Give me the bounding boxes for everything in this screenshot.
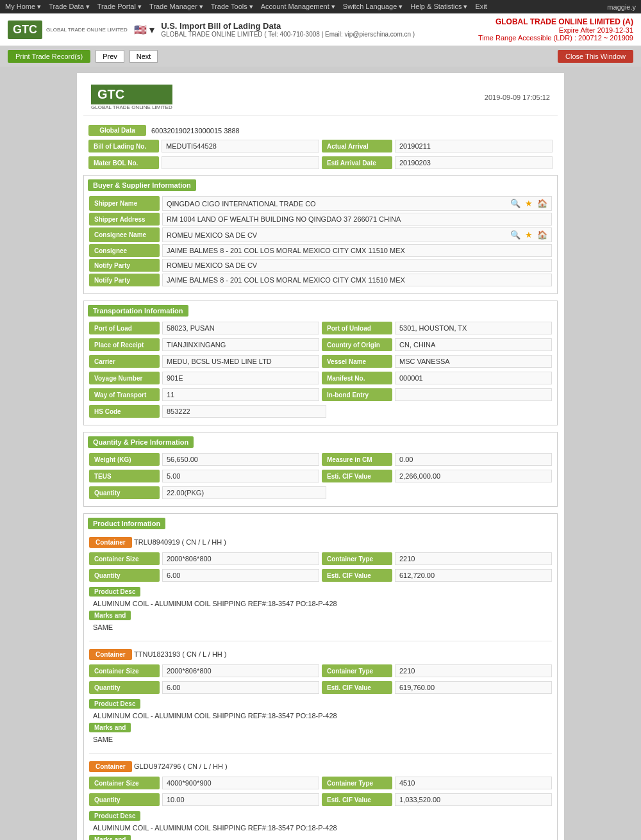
place-of-receipt-label: Place of Receipt (89, 338, 160, 351)
shipper-name-value-row: QINGDAO CIGO INTERNATIONAL TRADE CO 🔍 ★ … (162, 196, 552, 211)
notify-party-value-1: ROMEU MEXICO SA DE CV (162, 259, 552, 272)
doc-logo: GTC GLOBAL TRADE ONLINE LIMITED (91, 85, 172, 110)
shipper-home-icon[interactable]: 🏠 (537, 199, 547, 208)
buyer-supplier-title: Buyer & Supplier Information (88, 179, 196, 191)
consignee-star-icon[interactable]: ★ (525, 230, 533, 240)
header-bar: GTC GLOBAL TRADE ONLINE LIMITED 🇺🇸 ▾ U.S… (0, 13, 641, 46)
container-cif-row-2: Esti. CIF Value 1,033,520.00 (322, 793, 552, 806)
measure-row: Measure in CM 0.00 (322, 453, 552, 466)
bol-value: MEDUTI544528 (162, 140, 319, 152)
esti-cif-label: Esti. CIF Value (322, 470, 392, 482)
marks-badge-2: Marks and (89, 835, 131, 840)
shipper-search-icon[interactable]: 🔍 (510, 199, 520, 208)
marks-badge-1: Marks and (89, 723, 131, 732)
shipper-star-icon[interactable]: ★ (525, 199, 533, 208)
shipper-name-label: Shipper Name (89, 196, 160, 211)
consignee-name-label: Consignee Name (89, 227, 160, 242)
page-title: U.S. Import Bill of Lading Data (161, 21, 415, 31)
nav-trade-manager[interactable]: Trade Manager ▾ (149, 3, 203, 11)
transport-section: Transportation Information Port of Load … (83, 301, 558, 425)
container-badge-1: Container (89, 649, 132, 660)
port-of-unload-row: Port of Unload 5301, HOUSTON, TX (322, 322, 552, 334)
top-action-bar: Print Trade Record(s) Prev Next Close Th… (0, 46, 641, 67)
consignee-name-value-row: ROMEU MEXICO SA DE CV 🔍 ★ 🏠 (162, 227, 552, 242)
main-document: GTC GLOBAL TRADE ONLINE LIMITED 2019-09-… (77, 73, 564, 840)
way-of-transport-row: Way of Transport 11 (89, 388, 319, 401)
nav-switch-language[interactable]: Switch Language ▾ (343, 3, 403, 11)
logo-subtext: GLOBAL TRADE ONLINE LIMITED (46, 27, 128, 33)
prev-button-top[interactable]: Prev (96, 50, 124, 63)
container-cif-label-1: Esti. CIF Value (322, 681, 392, 694)
esti-arrival-row: Esti Arrival Date 20190203 (322, 156, 553, 169)
nav-trade-data[interactable]: Trade Data ▾ (49, 3, 90, 11)
notify-party-row-2: Notify Party JAIME BALMES 8 - 201 COL LO… (89, 274, 552, 286)
nav-my-home[interactable]: My Home ▾ (5, 3, 41, 11)
container-cif-label-2: Esti. CIF Value (322, 793, 392, 806)
shipper-address-label: Shipper Address (89, 213, 160, 226)
top-navigation: My Home ▾ Trade Data ▾ Trade Portal ▾ Tr… (0, 0, 641, 13)
weight-value: 56,650.00 (162, 453, 319, 466)
manifest-no-value: 000001 (395, 372, 552, 384)
print-button-top[interactable]: Print Trade Record(s) (8, 50, 90, 63)
nav-items: My Home ▾ Trade Data ▾ Trade Portal ▾ Tr… (5, 3, 487, 11)
consignee-home-icon[interactable]: 🏠 (537, 230, 547, 240)
transport-title: Transportation Information (88, 305, 188, 317)
voyage-number-label: Voyage Number (89, 372, 160, 384)
quantity-price-section: Quantity & Price Information Weight (KG)… (83, 432, 558, 507)
container-type-value-0: 2210 (395, 552, 552, 565)
way-of-transport-label: Way of Transport (89, 388, 160, 401)
esti-arrival-label: Esti Arrival Date (322, 156, 392, 169)
header-ldr: Time Range Accessible (LDR) : 200712 ~ 2… (478, 34, 633, 42)
consignee-name-row: Consignee Name ROMEU MEXICO SA DE CV 🔍 ★… (89, 227, 552, 242)
global-data-row: Global Data 600320190213000015 3888 (88, 125, 553, 136)
vessel-name-value: MSC VANESSA (395, 355, 552, 368)
header-company-name: GLOBAL TRADE ONLINE LIMITED (A) (478, 17, 633, 26)
header-title-area: U.S. Import Bill of Lading Data GLOBAL T… (161, 21, 415, 38)
logo-icon: GTC (8, 21, 42, 39)
voyage-number-value: 901E (162, 372, 319, 384)
consignee-label: Consignee (89, 244, 160, 257)
consignee-name-value: ROMEU MEXICO SA DE CV (167, 231, 257, 239)
nav-account-management[interactable]: Account Management ▾ (261, 3, 335, 11)
container-id-2: GLDU9724796 ( CN / L / HH ) (134, 762, 228, 770)
container-id-0: TRLU8940919 ( CN / L / HH ) (134, 538, 226, 546)
container-qty-label-0: Quantity (89, 569, 160, 582)
quantity-label: Quantity (89, 486, 160, 499)
carrier-label: Carrier (89, 355, 160, 368)
shipper-address-value: RM 1004 LAND OF WEALTH BUILDING NO QINGD… (162, 213, 552, 226)
doc-header: GTC GLOBAL TRADE ONLINE LIMITED 2019-09-… (83, 79, 558, 116)
container-size-value-0: 2000*806*800 (162, 552, 319, 565)
container-badge-0: Container (89, 537, 132, 548)
actual-arrival-value: 20190211 (395, 140, 553, 152)
next-button-top[interactable]: Next (129, 50, 158, 63)
notify-party-row-1: Notify Party ROMEU MEXICO SA DE CV (89, 259, 552, 272)
container-qty-value-0: 6.00 (162, 569, 319, 582)
marks-badge-0: Marks and (89, 611, 131, 620)
port-of-load-row: Port of Load 58023, PUSAN (89, 322, 319, 334)
bol-row: Bill of Lading No. MEDUTI544528 (88, 140, 319, 152)
header-left: GTC GLOBAL TRADE ONLINE LIMITED 🇺🇸 ▾ U.S… (8, 21, 415, 39)
hs-code-value: 853222 (162, 405, 326, 418)
product-desc-text-1: ALUMINUM COIL - ALUMINUM COIL SHIPPING R… (89, 710, 552, 721)
nav-exit[interactable]: Exit (475, 3, 487, 11)
manifest-no-label: Manifest No. (322, 372, 392, 384)
container-cif-row-0: Esti. CIF Value 612,720.00 (322, 569, 552, 582)
header-company-info: GLOBAL TRADE ONLINE LIMITED ( Tel: 400-7… (161, 31, 415, 38)
vessel-name-row: Vessel Name MSC VANESSA (322, 355, 552, 368)
nav-trade-portal[interactable]: Trade Portal ▾ (97, 3, 142, 11)
container-qty-label-2: Quantity (89, 793, 160, 806)
consignee-search-icon[interactable]: 🔍 (510, 230, 520, 240)
measure-value: 0.00 (395, 453, 552, 466)
container-badge-2: Container (89, 761, 132, 772)
consignee-value: JAIME BALMES 8 - 201 COL LOS MORAL MEXIC… (162, 244, 552, 257)
nav-trade-tools[interactable]: Trade Tools ▾ (211, 3, 253, 11)
weight-label: Weight (KG) (89, 453, 160, 466)
marks-text-1: SAME (89, 734, 552, 745)
esti-cif-value: 2,266,000.00 (395, 470, 552, 482)
quantity-value: 22.00(PKG) (162, 486, 326, 499)
country-of-origin-row: Country of Origin CN, CHINA (322, 338, 552, 351)
nav-help-statistics[interactable]: Help & Statistics ▾ (410, 3, 467, 11)
manifest-no-row: Manifest No. 000001 (322, 372, 552, 384)
container-type-row-0: Container Type 2210 (322, 552, 552, 565)
close-button-top[interactable]: Close This Window (558, 50, 633, 63)
